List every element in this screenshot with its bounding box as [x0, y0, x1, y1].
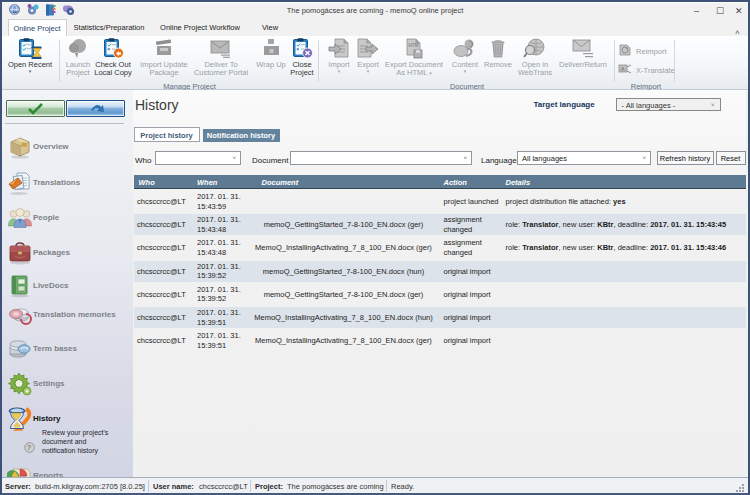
svg-text:?: ?	[27, 444, 31, 451]
svg-text:A: A	[621, 66, 626, 72]
svg-text:HTM: HTM	[409, 43, 419, 48]
